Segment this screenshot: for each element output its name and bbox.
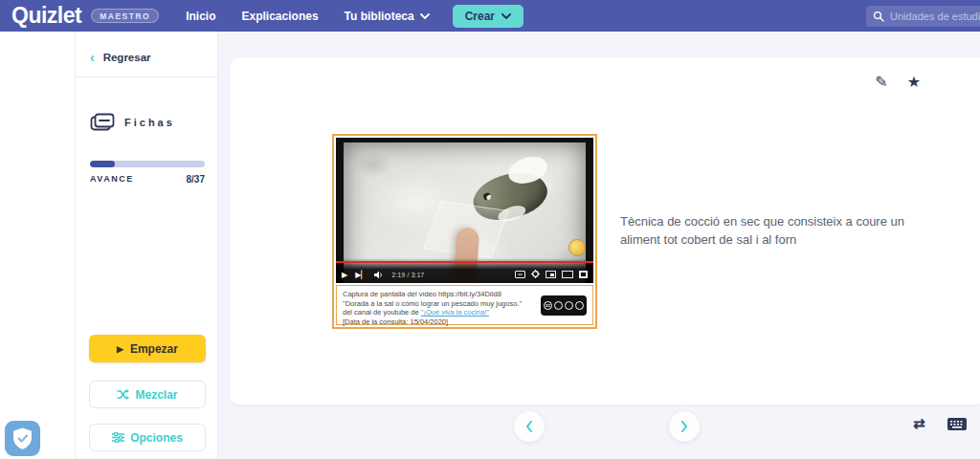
flip-sides-icon[interactable]: ⇄ xyxy=(913,415,925,432)
shuffle-label: Mezclar xyxy=(135,388,177,402)
cc-by-icon xyxy=(554,301,563,310)
options-sliders-icon xyxy=(112,432,124,443)
shield-check-icon xyxy=(12,427,33,449)
back-link[interactable]: ‹ Regresar xyxy=(90,52,151,63)
cc-nc-icon xyxy=(565,301,573,310)
progress-value: 8/37 xyxy=(187,174,205,185)
video-time: 2:19 / 3:17 xyxy=(391,272,424,278)
fullscreen-icon[interactable] xyxy=(579,271,588,278)
progress-caption: AVANCE xyxy=(90,174,134,185)
shuffle-button[interactable]: Mezclar xyxy=(89,381,206,408)
theater-mode-icon[interactable] xyxy=(562,271,573,278)
video-next-icon[interactable]: ▶▏ xyxy=(355,272,367,279)
cc-sa-icon xyxy=(575,301,584,310)
flashcard[interactable]: ✎ ★ ▶ ▶▏ xyxy=(230,57,980,404)
maestro-badge: MAESTRO xyxy=(91,9,159,23)
back-label: Regresar xyxy=(103,52,151,63)
quizlet-logo[interactable]: Quizlet xyxy=(11,3,81,29)
star-icon[interactable]: ★ xyxy=(907,73,921,91)
chevron-right-icon xyxy=(680,421,688,432)
search-icon xyxy=(873,11,884,22)
chevron-down-icon xyxy=(420,13,430,19)
flashcards-icon xyxy=(90,113,115,131)
settings-gear-icon[interactable] xyxy=(531,270,540,278)
nav-links: Inicio Explicaciones Tu biblioteca xyxy=(186,10,430,23)
nav-item-tu-biblioteca[interactable]: Tu biblioteca xyxy=(345,10,430,23)
search-box[interactable] xyxy=(866,6,980,27)
volume-icon[interactable] xyxy=(374,271,384,279)
extension-shield-button[interactable] xyxy=(5,421,40,456)
options-label: Opciones xyxy=(130,431,183,445)
chevron-down-icon xyxy=(501,13,511,19)
captions-icon[interactable]: cc xyxy=(515,271,525,278)
main-area: ✎ ★ ▶ ▶▏ xyxy=(218,32,980,459)
nav-item-inicio[interactable]: Inicio xyxy=(186,10,215,23)
play-icon: ▶ xyxy=(117,344,123,354)
miniplayer-icon[interactable] xyxy=(546,271,556,278)
start-button[interactable]: ▶ Empezar xyxy=(89,335,206,362)
video-screenshot: ▶ ▶▏ 2:19 / 3:17 cc xyxy=(336,138,593,283)
progress-bar xyxy=(90,161,205,167)
nav-item-explicaciones[interactable]: Explicaciones xyxy=(242,10,319,23)
video-controls-right: cc xyxy=(515,270,588,278)
study-mode: Fichas xyxy=(90,113,175,131)
progress-labels: AVANCE 8/37 xyxy=(90,174,205,185)
options-button[interactable]: Opciones xyxy=(89,424,206,451)
top-navbar: Quizlet MAESTRO Inicio Explicaciones Tu … xyxy=(0,0,980,32)
video-play-icon[interactable]: ▶ xyxy=(342,272,347,279)
image-source-caption: Captura de pantalla del vídeo https://bi… xyxy=(336,285,593,325)
mode-label: Fichas xyxy=(124,117,175,128)
edit-pencil-icon[interactable]: ✎ xyxy=(875,73,887,91)
video-controls-left: ▶ ▶▏ 2:19 / 3:17 xyxy=(342,271,425,279)
sidebar-divider xyxy=(76,76,217,77)
channel-link[interactable]: "¡Qué viva la cocina!" xyxy=(421,308,489,317)
next-card-button[interactable] xyxy=(669,411,700,442)
search-input[interactable] xyxy=(890,11,980,22)
quizlet-flashcards-page: Quizlet MAESTRO Inicio Explicaciones Tu … xyxy=(0,0,980,459)
create-button[interactable]: Crear xyxy=(453,5,523,28)
keyboard-shortcuts-icon[interactable] xyxy=(947,417,967,434)
card-tools: ✎ ★ xyxy=(875,73,921,91)
previous-card-button[interactable] xyxy=(514,411,545,442)
term-image-block: ▶ ▶▏ 2:19 / 3:17 cc xyxy=(332,134,597,329)
cc-icon: cc xyxy=(544,301,552,310)
video-progress-bar xyxy=(336,261,593,263)
definition-text: Tècnica de cocció en sec que consisteix … xyxy=(620,212,946,249)
channel-avatar xyxy=(568,239,586,256)
study-sidebar: ‹ Regresar Fichas AVANCE 8/37 ▶ Empezar xyxy=(75,32,218,459)
shuffle-icon xyxy=(117,389,129,400)
cc-license-badge: cc xyxy=(541,295,587,316)
chevron-left-icon xyxy=(525,421,533,432)
caption-line: [Data de la consulta: 15/04/2020] xyxy=(343,317,587,327)
chevron-left-icon: ‹ xyxy=(90,53,95,62)
progress-fill xyxy=(90,161,115,167)
start-label: Empezar xyxy=(130,342,178,356)
